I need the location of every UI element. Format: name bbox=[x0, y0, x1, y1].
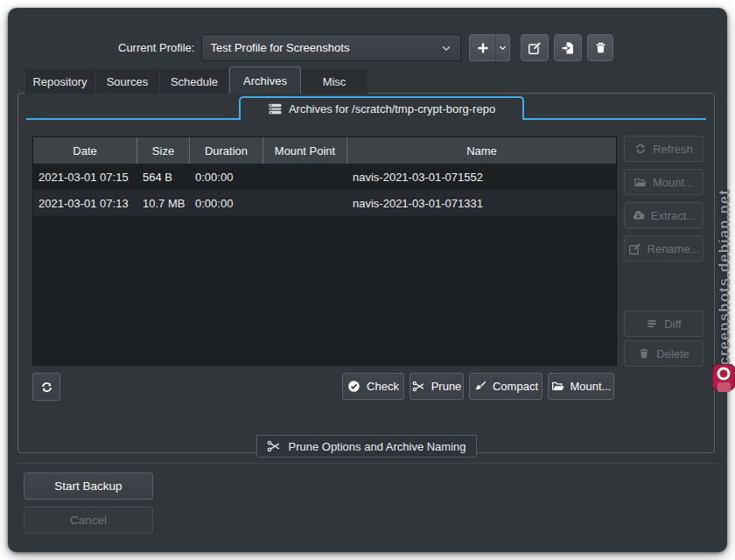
button-label: Check bbox=[367, 380, 399, 393]
tab-label: Repository bbox=[32, 75, 87, 88]
delete-archive-button[interactable]: Delete bbox=[624, 340, 704, 367]
folder-open-icon bbox=[551, 380, 564, 393]
import-profile-button[interactable] bbox=[554, 34, 582, 61]
column-header-duration[interactable]: Duration bbox=[190, 137, 263, 164]
archives-repo-tab[interactable]: Archives for /scratch/tmp-crypt-borg-rep… bbox=[239, 96, 524, 120]
camera-icon bbox=[711, 364, 735, 393]
button-label: Rename... bbox=[648, 242, 700, 256]
cell-name: navis-2021-03-01-071552 bbox=[347, 164, 616, 190]
refresh-icon bbox=[634, 143, 647, 155]
diff-archives-button[interactable]: Diff bbox=[624, 311, 704, 337]
profile-select[interactable]: Test Profile for Screenshots bbox=[201, 34, 461, 61]
button-label: Delete bbox=[656, 347, 690, 360]
tab-label: Schedule bbox=[171, 75, 218, 88]
cell-mount-point bbox=[263, 164, 347, 190]
button-label: Mount... bbox=[570, 380, 612, 393]
column-header-size[interactable]: Size bbox=[137, 137, 190, 164]
cell-name: navis-2021-03-01-071331 bbox=[347, 190, 616, 216]
start-backup-button[interactable]: Start Backup bbox=[24, 472, 153, 500]
prune-button[interactable]: Prune bbox=[410, 373, 464, 400]
archive-stack-icon bbox=[268, 102, 283, 116]
add-profile-menu-button[interactable] bbox=[495, 34, 510, 61]
refresh-archive-list-button[interactable] bbox=[32, 373, 60, 401]
archives-table[interactable]: Date Size Duration Mount Point Name 2021… bbox=[32, 136, 617, 366]
tab-label: Archives bbox=[243, 74, 287, 88]
column-header-name[interactable]: Name bbox=[347, 137, 616, 164]
button-label: Refresh bbox=[653, 143, 693, 156]
table-row[interactable]: 2021-03-01 07:15 564 B 0:00:00 navis-202… bbox=[33, 164, 616, 190]
scissors-icon bbox=[267, 439, 281, 453]
button-label: Compact bbox=[493, 380, 538, 393]
delete-profile-button[interactable] bbox=[587, 34, 613, 61]
current-profile-label: Current Profile: bbox=[118, 41, 194, 54]
table-header: Date Size Duration Mount Point Name bbox=[33, 137, 616, 164]
mount-button[interactable]: Mount... bbox=[548, 373, 614, 400]
prune-options-tab-label: Prune Options and Archive Naming bbox=[288, 440, 466, 453]
extract-archive-button[interactable]: Extract... bbox=[624, 202, 704, 228]
main-tab-bar: Repository Sources Schedule Archives Mis… bbox=[24, 66, 368, 94]
archives-repo-tab-label: Archives for /scratch/tmp-crypt-borg-rep… bbox=[289, 102, 495, 116]
refresh-icon bbox=[40, 381, 53, 394]
column-header-date[interactable]: Date bbox=[33, 137, 137, 164]
tab-sources[interactable]: Sources bbox=[95, 69, 160, 94]
add-profile-split-button bbox=[469, 34, 510, 61]
diff-icon bbox=[646, 318, 658, 330]
button-label: Cancel bbox=[70, 514, 107, 527]
trash-icon bbox=[594, 41, 607, 54]
cloud-download-icon bbox=[632, 209, 645, 222]
tab-archives[interactable]: Archives bbox=[229, 66, 301, 94]
tab-label: Sources bbox=[107, 75, 149, 88]
trash-icon bbox=[638, 347, 650, 360]
table-row[interactable]: 2021-03-01 07:13 10.7 MB 0:00:00 navis-2… bbox=[33, 190, 616, 216]
cell-date: 2021-03-01 07:15 bbox=[33, 164, 137, 190]
vorta-main-window: Current Profile: Test Profile for Screen… bbox=[8, 8, 727, 552]
tab-schedule[interactable]: Schedule bbox=[160, 69, 229, 94]
import-document-icon bbox=[561, 41, 575, 55]
cell-size: 564 B bbox=[137, 164, 190, 190]
edit-profile-button[interactable] bbox=[521, 34, 549, 61]
add-profile-button[interactable] bbox=[469, 34, 495, 61]
folder-open-icon bbox=[634, 176, 647, 189]
check-circle-icon bbox=[347, 380, 360, 393]
refresh-archives-button[interactable]: Refresh bbox=[624, 136, 704, 162]
cell-date: 2021-03-01 07:13 bbox=[33, 190, 137, 216]
button-label: Prune bbox=[431, 380, 462, 393]
compact-button[interactable]: Compact bbox=[469, 373, 542, 400]
button-label: Diff bbox=[664, 318, 681, 331]
tab-misc[interactable]: Misc bbox=[301, 69, 368, 94]
chevron-down-icon bbox=[498, 43, 508, 52]
profile-toolbar: Current Profile: Test Profile for Screen… bbox=[118, 34, 613, 61]
column-header-mount-point[interactable]: Mount Point bbox=[263, 137, 347, 164]
prune-options-tab[interactable]: Prune Options and Archive Naming bbox=[256, 435, 477, 458]
tab-repository[interactable]: Repository bbox=[24, 69, 95, 94]
brush-icon bbox=[473, 380, 486, 393]
cancel-button[interactable]: Cancel bbox=[24, 507, 153, 534]
profile-select-value: Test Profile for Screenshots bbox=[210, 41, 349, 54]
mount-archive-button[interactable]: Mount... bbox=[624, 169, 704, 195]
cell-duration: 0:00:00 bbox=[190, 164, 263, 190]
button-label: Extract... bbox=[651, 209, 696, 222]
chevron-down-icon bbox=[440, 42, 452, 54]
footer-separator bbox=[18, 463, 718, 464]
rename-archive-button[interactable]: Rename... bbox=[624, 235, 704, 262]
button-label: Start Backup bbox=[54, 480, 122, 493]
cell-size: 10.7 MB bbox=[137, 190, 190, 216]
check-button[interactable]: Check bbox=[342, 373, 404, 400]
plus-icon bbox=[476, 41, 490, 55]
cell-mount-point bbox=[263, 190, 347, 216]
tab-label: Misc bbox=[323, 75, 346, 88]
cell-duration: 0:00:00 bbox=[190, 190, 263, 216]
archive-actions: Check Prune bbox=[342, 373, 614, 400]
button-label: Mount... bbox=[653, 176, 694, 189]
edit-icon bbox=[528, 41, 542, 55]
archives-panel: Archives for /scratch/tmp-crypt-borg-rep… bbox=[18, 93, 715, 453]
rename-icon bbox=[628, 242, 641, 256]
scissors-icon bbox=[412, 380, 425, 393]
